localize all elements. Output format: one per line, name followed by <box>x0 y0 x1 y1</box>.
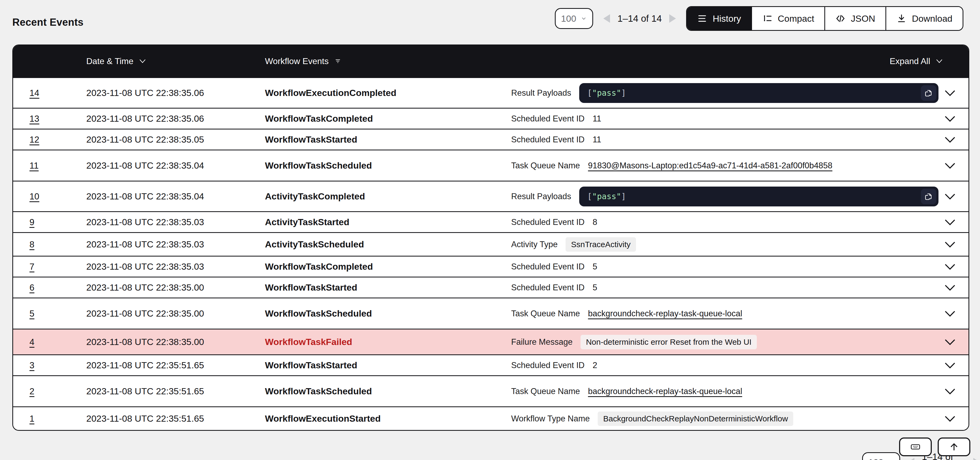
event-id-link[interactable]: 11 <box>29 161 38 171</box>
view-button-download[interactable]: Download <box>885 7 963 30</box>
chevron-down-icon[interactable] <box>944 388 956 395</box>
date-time-label: Date & Time <box>86 56 134 66</box>
event-id-link[interactable]: 12 <box>29 134 40 145</box>
chevron-down-icon[interactable] <box>944 219 956 226</box>
table-row[interactable]: 12 2023-11-08 UTC 22:38:35.05 WorkflowTa… <box>13 129 969 150</box>
event-id-link[interactable]: 14 <box>29 88 40 98</box>
detail-label: Result Payloads <box>511 88 571 98</box>
event-type: WorkflowExecutionStarted <box>265 414 381 424</box>
table-row[interactable]: 2 2023-11-08 UTC 22:35:51.65 WorkflowTas… <box>13 375 969 406</box>
chevron-down-icon[interactable] <box>944 284 956 291</box>
event-id-link[interactable]: 7 <box>29 262 34 272</box>
column-header-workflow-events[interactable]: Workflow Events <box>265 45 342 77</box>
detail-label: Scheduled Event ID <box>511 217 585 227</box>
column-header-date-time[interactable]: Date & Time <box>86 45 146 77</box>
event-id-link[interactable]: 3 <box>29 360 34 371</box>
event-type: WorkflowTaskStarted <box>265 360 357 371</box>
event-timestamp: 2023-11-08 UTC 22:38:35.05 <box>86 134 204 145</box>
copy-icon[interactable] <box>921 189 936 204</box>
view-button-json[interactable]: JSON <box>824 7 885 30</box>
table-row[interactable]: 4 2023-11-08 UTC 22:38:35.00 WorkflowTas… <box>13 329 969 355</box>
table-row[interactable]: 14 2023-11-08 UTC 22:38:35.06 WorkflowEx… <box>13 77 969 108</box>
event-timestamp: 2023-11-08 UTC 22:38:35.03 <box>86 261 204 272</box>
event-detail: Task Queue Name 91830@Masons-Laptop:ed1c… <box>511 161 939 171</box>
pagination: 1–14 of 14 <box>603 13 676 24</box>
event-timestamp: 2023-11-08 UTC 22:35:51.65 <box>86 386 204 396</box>
chevron-down-icon[interactable] <box>944 263 956 270</box>
view-button-history[interactable]: History <box>687 7 751 30</box>
prev-page-icon[interactable] <box>908 458 914 460</box>
detail-label: Scheduled Event ID <box>511 283 585 292</box>
table-row[interactable]: 9 2023-11-08 UTC 22:38:35.03 ActivityTas… <box>13 211 969 232</box>
up-arrow-icon <box>948 441 959 452</box>
copy-icon[interactable] <box>921 85 936 101</box>
next-page-icon[interactable] <box>973 458 980 460</box>
view-button-label: History <box>713 13 741 24</box>
code-close-bracket: ] <box>621 88 626 97</box>
prev-page-icon[interactable] <box>603 14 610 23</box>
code-string: "pass" <box>592 88 621 97</box>
detail-value-badge: BackgroundCheckReplayNonDeterministicWor… <box>598 412 793 426</box>
detail-label: Activity Type <box>511 240 557 249</box>
event-id-link[interactable]: 9 <box>29 217 34 227</box>
chevron-down-icon[interactable] <box>944 362 956 369</box>
event-id-link[interactable]: 13 <box>29 113 40 124</box>
event-type: ActivityTaskCompleted <box>265 191 365 201</box>
event-detail: Task Queue Name backgroundcheck-replay-t… <box>511 309 939 318</box>
event-id-link[interactable]: 8 <box>29 240 34 249</box>
event-type: WorkflowTaskScheduled <box>265 308 372 319</box>
detail-value-badge: SsnTraceActivity <box>566 237 636 252</box>
code-open-bracket: [ <box>587 192 592 201</box>
detail-value-link[interactable]: 91830@Masons-Laptop:ed1c54a9-ac71-41d4-a… <box>588 161 832 171</box>
table-row[interactable]: 7 2023-11-08 UTC 22:38:35.03 WorkflowTas… <box>13 256 969 276</box>
chevron-down-icon <box>935 59 943 64</box>
payload-codeblock: ["pass"] <box>579 83 939 103</box>
view-button-compact[interactable]: Compact <box>751 7 824 30</box>
event-type: WorkflowTaskCompleted <box>265 113 373 124</box>
chevron-down-icon[interactable] <box>944 339 956 345</box>
toolbar-controls: 100 1–14 of 14 HistoryCompactJSONDownloa… <box>555 6 963 31</box>
filter-icon[interactable] <box>334 59 342 64</box>
event-id-link[interactable]: 10 <box>29 192 40 201</box>
per-page-select[interactable]: 100 <box>555 8 593 29</box>
detail-value-link[interactable]: backgroundcheck-replay-task-queue-local <box>588 309 742 318</box>
scroll-to-top-button[interactable] <box>938 438 970 456</box>
table-row[interactable]: 5 2023-11-08 UTC 22:38:35.00 WorkflowTas… <box>13 297 969 329</box>
expand-all-button[interactable]: Expand All <box>890 45 943 77</box>
keyboard-shortcuts-button[interactable] <box>899 438 932 456</box>
table-row[interactable]: 10 2023-11-08 UTC 22:38:35.04 ActivityTa… <box>13 180 969 211</box>
event-type: WorkflowTaskScheduled <box>265 386 372 396</box>
payload-codeblock: ["pass"] <box>579 187 939 206</box>
chevron-down-icon[interactable] <box>944 136 956 143</box>
event-timestamp: 2023-11-08 UTC 22:38:35.00 <box>86 282 204 293</box>
detail-value-link[interactable]: backgroundcheck-replay-task-queue-local <box>588 387 742 396</box>
table-row[interactable]: 13 2023-11-08 UTC 22:38:35.06 WorkflowTa… <box>13 108 969 129</box>
table-row[interactable]: 6 2023-11-08 UTC 22:38:35.00 WorkflowTas… <box>13 276 969 297</box>
view-switcher: HistoryCompactJSONDownload <box>686 6 963 31</box>
event-id-link[interactable]: 1 <box>29 414 34 424</box>
chevron-down-icon[interactable] <box>944 162 956 169</box>
next-page-icon[interactable] <box>669 14 676 23</box>
chevron-down-icon[interactable] <box>944 241 956 248</box>
page-title: Recent Events <box>12 17 84 28</box>
event-id-link[interactable]: 6 <box>29 283 34 293</box>
table-row[interactable]: 1 2023-11-08 UTC 22:35:51.65 WorkflowExe… <box>13 406 969 430</box>
table-row[interactable]: 3 2023-11-08 UTC 22:35:51.65 WorkflowTas… <box>13 355 969 375</box>
chevron-down-icon[interactable] <box>944 415 956 422</box>
per-page-select-bottom[interactable]: 100 <box>862 452 900 460</box>
chevron-down-icon[interactable] <box>944 115 956 122</box>
chevron-down-icon[interactable] <box>944 89 956 96</box>
event-type: WorkflowTaskStarted <box>265 134 357 145</box>
chevron-down-icon[interactable] <box>944 310 956 317</box>
event-id-link[interactable]: 5 <box>29 308 34 319</box>
event-id-link[interactable]: 4 <box>29 337 34 347</box>
table-row[interactable]: 8 2023-11-08 UTC 22:38:35.03 ActivityTas… <box>13 232 969 256</box>
event-id-link[interactable]: 2 <box>29 386 34 396</box>
event-detail: Scheduled Event ID 11 <box>511 135 939 144</box>
event-type: WorkflowExecutionCompleted <box>265 88 396 98</box>
event-timestamp: 2023-11-08 UTC 22:38:35.00 <box>86 308 204 319</box>
chevron-down-icon[interactable] <box>944 193 956 200</box>
table-row[interactable]: 11 2023-11-08 UTC 22:38:35.04 WorkflowTa… <box>13 150 969 180</box>
event-timestamp: 2023-11-08 UTC 22:38:35.06 <box>86 88 204 98</box>
detail-label: Task Queue Name <box>511 161 580 171</box>
